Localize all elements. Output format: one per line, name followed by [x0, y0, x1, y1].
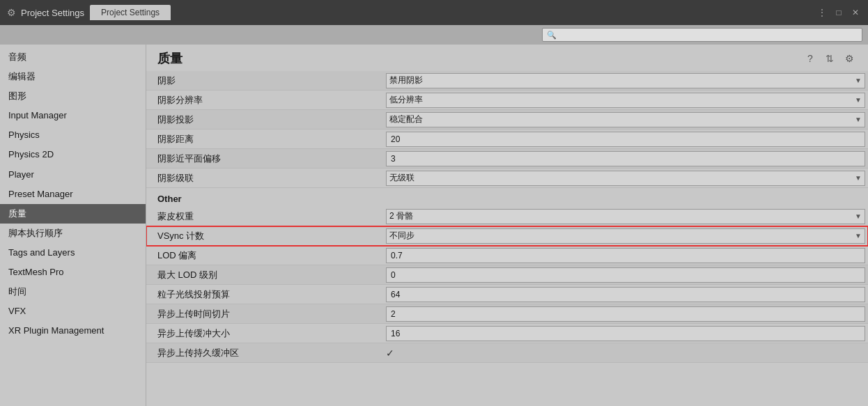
input-async-upload-time[interactable]: [386, 306, 865, 322]
label-shadow-cascade: 阴影级联: [146, 169, 383, 187]
label-lod-bias: LOD 偏离: [146, 247, 383, 265]
sidebar-item-physics[interactable]: Physics: [0, 125, 146, 145]
sidebar-item-script-order[interactable]: 脚本执行顺序: [0, 224, 146, 243]
content-area: 质量 ? ⇅ ⚙ 阴影 禁用阴影 ▼ 阴影分辨率 低分辨率 ▼: [146, 45, 868, 406]
searchbar: 🔍: [0, 25, 868, 45]
sidebar-item-physics-2d[interactable]: Physics 2D: [0, 145, 146, 164]
label-shadow-proj: 阴影投影: [146, 111, 383, 129]
row-lod-bias: LOD 偏离: [146, 246, 868, 265]
dropdown-shadow-cascade-text: 无级联: [389, 172, 414, 184]
sidebar-item-textmesh-pro[interactable]: TextMesh Pro: [0, 263, 146, 282]
search-wrapper: 🔍: [542, 28, 862, 42]
titlebar: ⚙ Project Settings Project Settings ⋮ □ …: [0, 0, 868, 25]
dropdown-shadow-res-arrow: ▼: [855, 96, 862, 104]
dropdown-shadow-text: 禁用阴影: [389, 75, 423, 86]
dropdown-shadow[interactable]: 禁用阴影 ▼: [386, 73, 865, 88]
dropdown-shadow-res[interactable]: 低分辨率 ▼: [386, 93, 865, 108]
settings-icon-btn[interactable]: ⚙: [842, 51, 857, 66]
sidebar-item-time[interactable]: 时间: [0, 282, 146, 302]
label-async-upload-buf: 异步上传缓冲大小: [146, 325, 383, 343]
value-shadow-proj[interactable]: 稳定配合 ▼: [383, 111, 868, 129]
label-async-upload-time: 异步上传时间切片: [146, 305, 383, 323]
label-shadow-dist: 阴影距离: [146, 130, 383, 148]
sidebar-item-input-manager[interactable]: Input Manager: [0, 106, 146, 125]
sidebar-item-editor[interactable]: 编辑器: [0, 67, 146, 86]
row-max-lod: 最大 LOD 级别: [146, 265, 868, 285]
dropdown-skin-weights[interactable]: 2 骨骼 ▼: [386, 209, 865, 224]
value-async-upload-persistent[interactable]: ✓: [383, 346, 868, 360]
label-vsync: VSync 计数: [146, 227, 383, 245]
dropdown-vsync-arrow: ▼: [855, 232, 862, 240]
sidebar-item-graphics[interactable]: 图形: [0, 86, 146, 106]
row-shadow: 阴影 禁用阴影 ▼: [146, 71, 868, 91]
section-header-other: Other: [146, 188, 868, 207]
titlebar-title: Project Settings: [21, 8, 84, 18]
label-shadow-res: 阴影分辨率: [146, 91, 383, 109]
dropdown-shadow-cascade[interactable]: 无级联 ▼: [386, 171, 865, 186]
row-vsync: VSync 计数 不同步 ▼: [146, 226, 868, 246]
sidebar: 音频 编辑器 图形 Input Manager Physics Physics …: [0, 45, 146, 406]
row-shadow-res: 阴影分辨率 低分辨率 ▼: [146, 91, 868, 110]
label-shadow-near: 阴影近平面偏移: [146, 150, 383, 168]
input-shadow-dist[interactable]: [386, 132, 865, 147]
input-particle-budget[interactable]: [386, 287, 865, 302]
window-controls: ⋮ □ ✕: [815, 6, 862, 19]
value-async-upload-buf[interactable]: [383, 325, 868, 343]
value-particle-budget[interactable]: [383, 286, 868, 304]
value-shadow-near[interactable]: [383, 150, 868, 168]
row-shadow-near: 阴影近平面偏移: [146, 149, 868, 169]
sidebar-item-tags-and-layers[interactable]: Tags and Layers: [0, 243, 146, 263]
sidebar-item-quality[interactable]: 质量: [0, 204, 146, 224]
input-max-lod[interactable]: [386, 267, 865, 283]
label-skin-weights: 蒙皮权重: [146, 208, 383, 226]
label-shadow: 阴影: [146, 72, 383, 90]
value-shadow-res[interactable]: 低分辨率 ▼: [383, 91, 868, 109]
dropdown-shadow-cascade-arrow: ▼: [855, 174, 862, 182]
sidebar-item-vfx[interactable]: VFX: [0, 302, 146, 321]
label-particle-budget: 粒子光线投射预算: [146, 286, 383, 304]
sidebar-item-xr-plugin[interactable]: XR Plugin Management: [0, 321, 146, 341]
dropdown-shadow-res-text: 低分辨率: [389, 94, 423, 106]
row-async-upload-buf: 异步上传缓冲大小: [146, 324, 868, 343]
row-skin-weights: 蒙皮权重 2 骨骼 ▼: [146, 207, 868, 226]
sidebar-item-audio[interactable]: 音频: [0, 47, 146, 67]
dropdown-shadow-proj-arrow: ▼: [855, 116, 862, 123]
value-shadow[interactable]: 禁用阴影 ▼: [383, 72, 868, 90]
maximize-btn[interactable]: □: [832, 6, 846, 19]
menu-btn[interactable]: ⋮: [815, 6, 829, 19]
value-vsync[interactable]: 不同步 ▼: [383, 227, 868, 245]
main-layout: 音频 编辑器 图形 Input Manager Physics Physics …: [0, 45, 868, 406]
layout-icon-btn[interactable]: ⇅: [822, 51, 837, 66]
dropdown-vsync[interactable]: 不同步 ▼: [386, 228, 865, 244]
dropdown-vsync-text: 不同步: [389, 230, 414, 242]
content-header-icons: ? ⇅ ⚙: [803, 51, 857, 66]
titlebar-tab[interactable]: Project Settings: [90, 5, 171, 20]
value-shadow-dist[interactable]: [383, 130, 868, 148]
sidebar-item-player[interactable]: Player: [0, 165, 146, 185]
value-skin-weights[interactable]: 2 骨骼 ▼: [383, 208, 868, 226]
checkbox-check-icon: ✓: [386, 348, 394, 359]
sidebar-item-preset-manager[interactable]: Preset Manager: [0, 185, 146, 204]
row-shadow-cascade: 阴影级联 无级联 ▼: [146, 169, 868, 188]
label-max-lod: 最大 LOD 级别: [146, 266, 383, 284]
input-shadow-near[interactable]: [386, 151, 865, 166]
search-input[interactable]: [559, 30, 858, 40]
help-icon-btn[interactable]: ?: [803, 51, 818, 66]
content-title: 质量: [157, 50, 183, 67]
input-async-upload-buf[interactable]: [386, 326, 865, 341]
search-icon: 🔍: [547, 31, 557, 40]
value-shadow-cascade[interactable]: 无级联 ▼: [383, 169, 868, 187]
row-shadow-dist: 阴影距离: [146, 130, 868, 149]
value-max-lod[interactable]: [383, 266, 868, 284]
input-lod-bias[interactable]: [386, 248, 865, 263]
value-lod-bias[interactable]: [383, 247, 868, 265]
close-btn[interactable]: ✕: [848, 6, 862, 19]
dropdown-skin-weights-arrow: ▼: [855, 212, 862, 220]
dropdown-shadow-proj[interactable]: 稳定配合 ▼: [386, 112, 865, 127]
value-async-upload-time[interactable]: [383, 305, 868, 323]
dropdown-shadow-proj-text: 稳定配合: [389, 114, 423, 125]
label-async-upload-persistent: 异步上传持久缓冲区: [146, 344, 383, 362]
checkbox-async-upload-persistent[interactable]: ✓: [386, 348, 394, 359]
content-header: 质量 ? ⇅ ⚙: [146, 45, 868, 71]
settings-icon: ⚙: [6, 7, 17, 18]
